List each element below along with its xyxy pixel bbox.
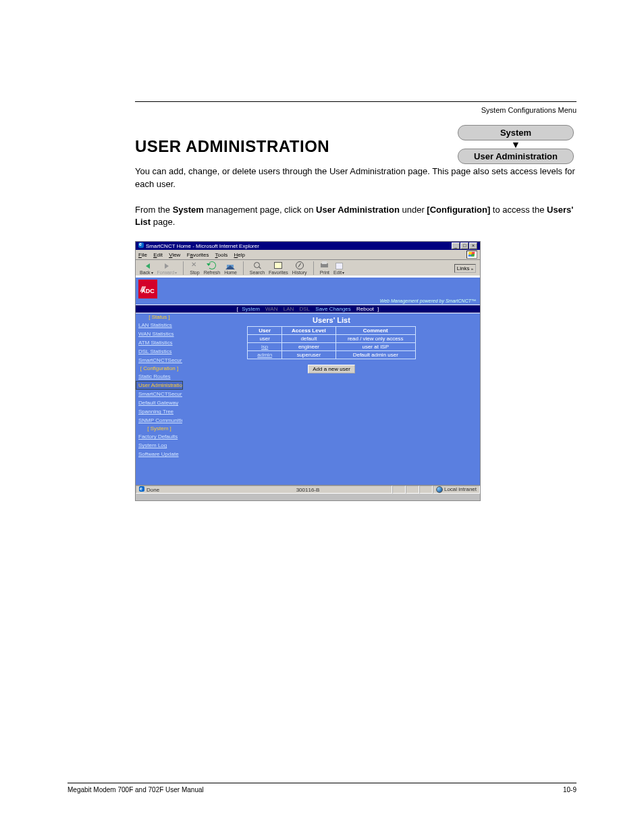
sidebar-default-gateway[interactable]: Default Gateway — [136, 398, 183, 407]
sidebar-dsl-stats[interactable]: DSL Statistics — [136, 347, 183, 356]
menu-file[interactable]: File — [138, 252, 147, 258]
sidebar-atm-stats[interactable]: ATM Statistics — [136, 338, 183, 347]
menu-view[interactable]: View — [169, 252, 180, 258]
intro-text: You can add, change, or delete users thr… — [135, 165, 576, 229]
close-icon[interactable]: × — [469, 242, 477, 249]
edit-button[interactable]: Edit▾ — [333, 261, 344, 275]
main-content: User Access Level Comment user default r… — [183, 326, 480, 373]
history-button[interactable]: History — [292, 261, 307, 275]
sidebar-security-1[interactable]: SmartCNCTSecurity — [136, 356, 183, 365]
sidebar-spanning-tree[interactable]: Spanning Tree — [136, 407, 183, 416]
sidebar-factory-defaults[interactable]: Factory Defaults — [136, 432, 183, 441]
window-controls[interactable]: _□× — [451, 242, 477, 249]
user-link-admin[interactable]: admin — [257, 352, 272, 358]
add-user-button[interactable]: Add a new user — [308, 365, 355, 373]
sidebar-software-update[interactable]: Software Update — [136, 450, 183, 459]
topnav-lan[interactable]: LAN — [284, 306, 294, 312]
sidebar-snmp[interactable]: SNMP Communities — [136, 416, 183, 425]
menubar[interactable]: File Edit View Favorites Tools Help — [136, 250, 480, 260]
stop-button[interactable]: Stop — [190, 261, 199, 275]
forward-button: Forward▾ — [157, 261, 178, 275]
table-row: user default read / view only access — [248, 335, 415, 343]
sidebar-lan-stats[interactable]: LAN Statistics — [136, 321, 183, 330]
print-button[interactable]: Print — [320, 261, 329, 275]
zone-icon — [436, 486, 443, 493]
topnav-system[interactable]: System — [242, 306, 260, 312]
topnav-wan[interactable]: WAN — [265, 306, 277, 312]
user-link-isp[interactable]: isp — [261, 344, 268, 350]
statusbar: Done 300116-B Local intranet — [136, 485, 480, 494]
nav-group-system: [ System ] — [136, 425, 183, 432]
sidebar-static-routes[interactable]: Static Routes — [136, 372, 183, 381]
users-table: User Access Level Comment user default r… — [247, 326, 415, 359]
table-header-row: User Access Level Comment — [248, 327, 415, 335]
menu-favorites[interactable]: Favorites — [187, 252, 209, 258]
crumb-user-admin: User Administration — [458, 149, 574, 164]
favorites-button[interactable]: Favorites — [269, 261, 288, 275]
menu-tools[interactable]: Tools — [215, 252, 228, 258]
arrow-down-icon: ▼ — [455, 141, 576, 148]
refresh-button[interactable]: Refresh — [204, 261, 221, 275]
adc-logo: ADC — [138, 280, 157, 298]
sidebar-wan-stats[interactable]: WAN Statistics — [136, 330, 183, 338]
screenshot: SmartCNCT Home - Microsoft Internet Expl… — [135, 241, 481, 501]
tagline: Web Management powered by SmartCNCT™ — [380, 298, 476, 303]
intro-line1: You can add, change, or delete users thr… — [135, 166, 575, 189]
nav-group-status: [ Status ] — [136, 313, 183, 321]
back-button[interactable]: Back▾ — [140, 261, 153, 275]
window-titlebar: SmartCNCT Home - Microsoft Internet Expl… — [136, 242, 480, 250]
toolbar: Back▾ Forward▾ Stop Refresh Home Search … — [136, 260, 480, 277]
branding-area: ADC Web Management powered by SmartCNCT™ — [136, 278, 480, 305]
nav-group-config: [ Configuration ] — [136, 365, 183, 372]
window-title: SmartCNCT Home - Microsoft Internet Expl… — [146, 243, 259, 249]
sidebar: [ Status ] LAN Statistics WAN Statistics… — [136, 313, 183, 459]
links-bar[interactable]: Links » — [454, 264, 476, 273]
ie-throbber-icon — [466, 251, 477, 259]
menu-help[interactable]: Help — [234, 252, 245, 258]
ie-icon — [138, 242, 144, 248]
table-row: isp engineer user at ISP — [248, 343, 415, 351]
menu-edit[interactable]: Edit — [153, 252, 163, 258]
status-zone: Local intranet — [433, 486, 480, 494]
crumb-system: System — [458, 125, 574, 140]
ie-status-icon — [139, 486, 144, 492]
sidebar-security-2[interactable]: SmartCNCTSecurity — [136, 390, 183, 398]
sidebar-user-admin[interactable]: User Administration — [136, 381, 183, 390]
topnav-save[interactable]: Save Changes — [315, 306, 350, 312]
table-row: admin superuser Default admin user — [248, 351, 415, 359]
topnav-dsl[interactable]: DSL — [300, 306, 311, 312]
search-button[interactable]: Search — [250, 261, 265, 275]
maximize-icon[interactable]: □ — [460, 242, 468, 249]
running-head: System Configurations Menu — [135, 106, 576, 114]
sidebar-system-log[interactable]: System Log — [136, 441, 183, 450]
status-done: Done — [146, 487, 159, 493]
top-nav[interactable]: [ System WAN LAN DSL Save Changes Reboot… — [136, 305, 480, 313]
minimize-icon[interactable]: _ — [452, 242, 460, 249]
topnav-reboot[interactable]: Reboot — [356, 306, 374, 312]
home-button[interactable]: Home — [224, 261, 237, 275]
status-code: 300116-B — [296, 487, 320, 493]
breadcrumb-diagram: System ▼ User Administration — [455, 124, 576, 165]
